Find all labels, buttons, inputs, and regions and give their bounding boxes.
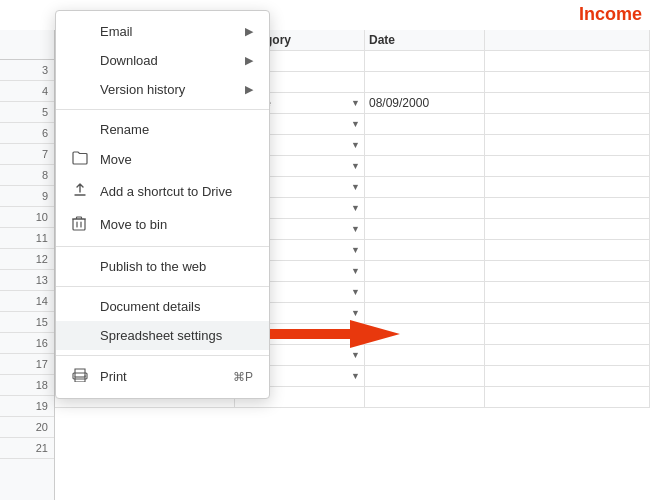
dropdown-arrow[interactable]: ▼ xyxy=(351,119,360,129)
menu-item-document-details-label: Document details xyxy=(100,299,200,314)
col-header-date: Date xyxy=(365,30,485,50)
row-numbers: 3 4 5 6 7 8 9 10 11 12 13 14 15 16 17 18… xyxy=(0,30,55,500)
dropdown-arrow[interactable]: ▼ xyxy=(351,308,360,318)
menu-item-print[interactable]: Print ⌘P xyxy=(56,361,269,392)
print-shortcut: ⌘P xyxy=(233,370,253,384)
menu-item-document-details[interactable]: Document details xyxy=(56,292,269,321)
context-menu: Email ▶ Download ▶ Version history ▶ Ren… xyxy=(55,10,270,399)
submenu-arrow-icon: ▶ xyxy=(245,83,253,96)
menu-item-download-label: Download xyxy=(100,53,158,68)
menu-item-rename-label: Rename xyxy=(100,122,149,137)
cell-date-5[interactable]: 08/09/2000 xyxy=(365,93,485,113)
dropdown-arrow[interactable]: ▼ xyxy=(351,287,360,297)
menu-item-move[interactable]: Move xyxy=(56,144,269,175)
col-header-extra xyxy=(485,30,650,50)
svg-point-3 xyxy=(84,375,85,376)
menu-item-download[interactable]: Download ▶ xyxy=(56,46,269,75)
cell-date-3[interactable] xyxy=(365,51,485,71)
menu-item-move-to-bin-label: Move to bin xyxy=(100,217,167,232)
menu-item-version-history-label: Version history xyxy=(100,82,185,97)
menu-item-print-label: Print xyxy=(100,369,127,384)
dropdown-arrow[interactable]: ▼ xyxy=(351,350,360,360)
submenu-arrow-icon: ▶ xyxy=(245,54,253,67)
shortcut-icon xyxy=(72,182,92,201)
menu-divider xyxy=(56,109,269,110)
cell-date-4[interactable] xyxy=(365,72,485,92)
menu-item-add-shortcut[interactable]: Add a shortcut to Drive xyxy=(56,175,269,208)
dropdown-arrow[interactable]: ▼ xyxy=(351,203,360,213)
menu-item-email[interactable]: Email ▶ xyxy=(56,17,269,46)
dropdown-arrow[interactable]: ▼ xyxy=(351,98,360,108)
dropdown-arrow[interactable]: ▼ xyxy=(351,371,360,381)
menu-item-rename[interactable]: Rename xyxy=(56,115,269,144)
menu-item-spreadsheet-settings[interactable]: Spreadsheet settings xyxy=(56,321,269,350)
cell-extra-4[interactable] xyxy=(485,72,650,92)
cell-extra-5[interactable] xyxy=(485,93,650,113)
income-label: Income xyxy=(571,0,650,29)
red-arrow-indicator xyxy=(270,320,400,348)
submenu-arrow-icon: ▶ xyxy=(245,25,253,38)
svg-rect-0 xyxy=(73,219,85,230)
cell-extra-3[interactable] xyxy=(485,51,650,71)
dropdown-arrow[interactable]: ▼ xyxy=(351,161,360,171)
svg-marker-4 xyxy=(270,320,400,348)
trash-icon xyxy=(72,215,92,234)
dropdown-arrow[interactable]: ▼ xyxy=(351,224,360,234)
folder-icon xyxy=(72,151,92,168)
dropdown-arrow[interactable]: ▼ xyxy=(351,245,360,255)
print-icon xyxy=(72,368,92,385)
menu-item-spreadsheet-settings-label: Spreadsheet settings xyxy=(100,328,222,343)
menu-item-publish[interactable]: Publish to the web xyxy=(56,252,269,281)
menu-divider xyxy=(56,246,269,247)
dropdown-arrow[interactable]: ▼ xyxy=(351,140,360,150)
menu-item-add-shortcut-label: Add a shortcut to Drive xyxy=(100,184,232,199)
menu-item-version-history[interactable]: Version history ▶ xyxy=(56,75,269,104)
dropdown-arrow[interactable]: ▼ xyxy=(351,182,360,192)
menu-item-publish-label: Publish to the web xyxy=(100,259,206,274)
menu-divider xyxy=(56,286,269,287)
menu-item-email-label: Email xyxy=(100,24,133,39)
menu-item-move-label: Move xyxy=(100,152,132,167)
menu-divider xyxy=(56,355,269,356)
dropdown-arrow[interactable]: ▼ xyxy=(351,266,360,276)
menu-item-move-to-bin[interactable]: Move to bin xyxy=(56,208,269,241)
